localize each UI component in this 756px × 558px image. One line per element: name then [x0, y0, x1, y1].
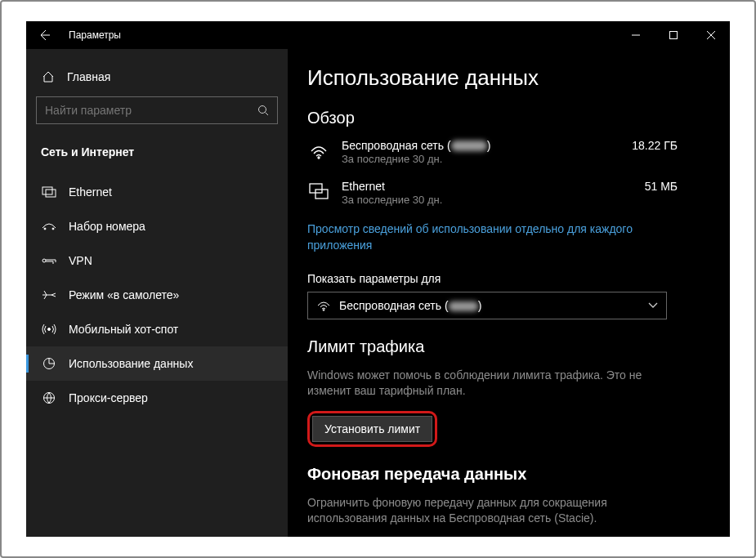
svg-point-9 [52, 228, 54, 230]
nav-label: Режим «в самолете» [69, 288, 179, 301]
svg-line-5 [266, 113, 269, 116]
search-input[interactable] [36, 96, 278, 124]
overview-heading: Обзор [307, 109, 710, 127]
window-controls [617, 21, 730, 49]
page-title: Использование данных [307, 65, 710, 91]
highlight-annotation: Установить лимит [307, 411, 437, 447]
data-usage-icon [41, 357, 57, 370]
category-heading: Сеть и Интернет [26, 124, 288, 175]
wifi-name: Беспроводная сеть () [342, 139, 620, 152]
close-button[interactable] [692, 21, 730, 49]
nav-label: Ethernet [69, 185, 112, 199]
back-button[interactable] [33, 24, 56, 47]
svg-point-4 [259, 106, 266, 114]
airplane-icon [41, 288, 57, 301]
ethernet-name: Ethernet [342, 180, 633, 193]
wifi-sub: За последние 30 дн. [342, 153, 620, 165]
svg-rect-6 [42, 187, 52, 194]
nav-data-usage[interactable]: Использование данных [26, 346, 288, 381]
titlebar: Параметры [26, 21, 730, 49]
nav-list: Ethernet Набор номера VPN [26, 175, 288, 415]
svg-point-17 [323, 309, 324, 310]
wifi-icon [307, 139, 330, 162]
maximize-button[interactable] [655, 21, 692, 49]
set-limit-button[interactable]: Установить лимит [312, 416, 432, 442]
dropdown-value: Беспроводная сеть () [339, 299, 640, 312]
limit-heading: Лимит трафика [307, 337, 710, 356]
usage-wifi-row[interactable]: Беспроводная сеть () За последние 30 дн.… [307, 139, 710, 165]
minimize-button[interactable] [617, 21, 655, 49]
search-field[interactable] [45, 104, 241, 117]
nav-label: Набор номера [69, 220, 145, 233]
ethernet-icon [307, 180, 330, 203]
nav-vpn[interactable]: VPN [26, 243, 288, 278]
ethernet-sub: За последние 30 дн. [342, 194, 633, 206]
settings-window: Параметры Главная [26, 21, 730, 537]
background-desc: Ограничить фоновую передачу данных для с… [307, 495, 678, 527]
wifi-icon [316, 300, 331, 311]
nav-label: Использование данных [69, 357, 193, 370]
sidebar: Главная Сеть и Интернет Ethernet [26, 49, 288, 537]
per-app-usage-link[interactable]: Просмотр сведений об использовании отдел… [307, 221, 661, 254]
ethernet-icon [41, 186, 57, 198]
redacted-text [449, 301, 478, 311]
usage-ethernet-row[interactable]: Ethernet За последние 30 дн. 51 МБ [307, 180, 710, 206]
nav-label: VPN [69, 254, 92, 267]
home-link[interactable]: Главная [26, 62, 288, 92]
svg-rect-1 [670, 32, 678, 39]
dialup-icon [41, 221, 57, 231]
main-content: Использование данных Обзор Беспроводная … [288, 49, 730, 537]
search-icon [257, 105, 269, 116]
window-title: Параметры [69, 29, 121, 41]
nav-airplane[interactable]: Режим «в самолете» [26, 278, 288, 312]
svg-point-10 [42, 259, 46, 262]
nav-label: Прокси-сервер [69, 391, 148, 404]
svg-point-11 [48, 328, 51, 331]
background-heading: Фоновая передача данных [307, 465, 710, 484]
nav-ethernet[interactable]: Ethernet [26, 175, 288, 209]
nav-proxy[interactable]: Прокси-сервер [26, 381, 288, 415]
wifi-amount: 18.22 ГБ [632, 139, 710, 152]
svg-point-14 [318, 157, 320, 158]
hotspot-icon [41, 323, 57, 336]
svg-point-8 [44, 228, 46, 230]
home-icon [41, 70, 56, 83]
limit-desc: Windows может помочь в соблюдении лимита… [307, 368, 661, 400]
show-for-dropdown[interactable]: Беспроводная сеть () [307, 292, 667, 319]
nav-dialup[interactable]: Набор номера [26, 209, 288, 243]
svg-rect-7 [46, 190, 56, 197]
home-label: Главная [67, 70, 110, 83]
ethernet-amount: 51 МБ [645, 180, 710, 193]
nav-label: Мобильный хот-спот [69, 323, 178, 336]
chevron-down-icon [648, 302, 658, 309]
proxy-icon [41, 391, 57, 404]
redacted-text [451, 141, 487, 151]
show-for-label: Показать параметры для [307, 272, 710, 285]
nav-hotspot[interactable]: Мобильный хот-спот [26, 312, 288, 346]
vpn-icon [41, 256, 57, 266]
